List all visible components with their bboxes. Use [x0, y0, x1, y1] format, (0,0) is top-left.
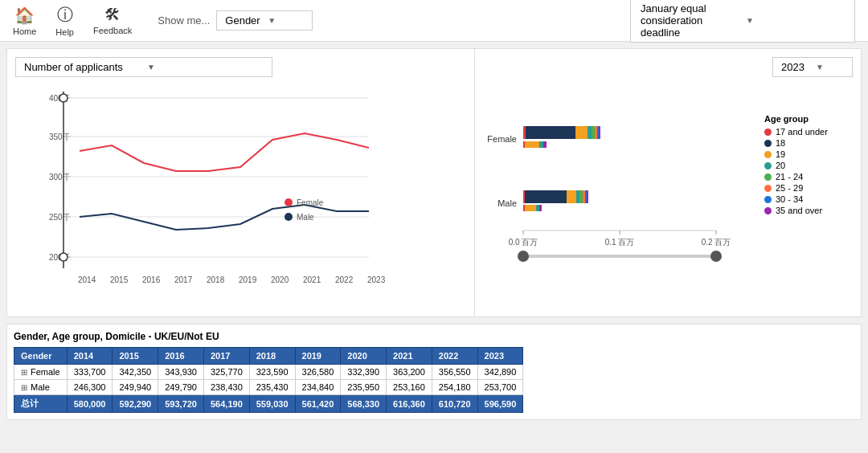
male-legend-dot: [285, 213, 293, 221]
legend-item: 17 and under: [764, 127, 853, 137]
cell-gender: ⊞Male: [14, 380, 68, 395]
cell-value: 610,720: [432, 395, 477, 413]
metric-dropdown[interactable]: Number of applicants ▼: [15, 57, 272, 77]
legend-item-label: 19: [776, 149, 785, 159]
col-2022: 2022: [432, 348, 477, 365]
slider-thumb-right[interactable]: [710, 251, 722, 262]
table-row: ⊞Female333,700342,350343,930325,770323,5…: [14, 365, 523, 380]
y-marker-top: [59, 94, 68, 102]
gender-cell-label: Male: [31, 382, 50, 392]
slider-thumb-left[interactable]: [518, 251, 529, 262]
cell-value: 559,030: [249, 395, 295, 413]
cell-value: 234,840: [295, 380, 341, 395]
legend-item-label: 30 - 34: [776, 194, 803, 204]
col-2015: 2015: [113, 348, 158, 365]
female-bar2-20: [539, 141, 543, 148]
legend-item: 18: [764, 138, 853, 148]
line-chart-svg: 400千 350千 300千 250千 200千: [15, 84, 409, 308]
legend-item-label: 20: [776, 161, 785, 170]
female-bar2-35: [543, 141, 547, 148]
x-label-0: 0.0 百万: [509, 238, 538, 247]
col-2017: 2017: [203, 348, 249, 365]
cell-value: 332,390: [341, 365, 387, 380]
female-bar2-19: [525, 141, 539, 148]
help-nav[interactable]: ⓘ Help: [55, 4, 74, 37]
cell-value: 235,430: [249, 380, 295, 395]
bar-chart-svg: Female Male: [483, 90, 740, 283]
gender-chevron-icon: ▼: [268, 16, 304, 25]
bar-y-female: Female: [487, 134, 517, 144]
home-label: Home: [13, 27, 36, 36]
x-2022: 2022: [335, 275, 354, 284]
x-2016: 2016: [142, 275, 161, 284]
male-bar-19: [567, 190, 576, 203]
bar-chart-svg-container: Female Male: [483, 90, 764, 308]
gender-dropdown[interactable]: Gender ▼: [216, 10, 313, 31]
show-me-section: Show me... Gender ▼: [158, 10, 313, 31]
main-content: Number of applicants ▼ 400千 350千 300千 25…: [0, 42, 868, 426]
legend-color-dot: [764, 173, 772, 181]
table-header-row: Gender 2014 2015 2016 2017 2018 2019 202…: [14, 348, 523, 365]
legend-item: 35 and over: [764, 206, 853, 215]
home-nav[interactable]: 🏠 Home: [13, 6, 36, 36]
slider-track: [523, 255, 716, 258]
x-2021: 2021: [303, 275, 321, 284]
cell-value: 254,180: [432, 380, 477, 395]
female-bar-35over: [599, 126, 600, 139]
gender-cell-label: Female: [31, 367, 60, 377]
line-chart-container: 400千 350千 300千 250千 200千: [15, 84, 466, 308]
cell-value: 342,890: [477, 365, 523, 380]
data-table: Gender 2014 2015 2016 2017 2018 2019 202…: [14, 347, 523, 413]
feedback-label: Feedback: [93, 26, 132, 35]
col-2019: 2019: [295, 348, 341, 365]
male-bar-18: [525, 190, 567, 203]
x-2015: 2015: [110, 275, 129, 284]
left-panel: Number of applicants ▼ 400千 350千 300千 25…: [7, 49, 475, 316]
col-2014: 2014: [67, 348, 113, 365]
table-row: ⊞Male246,300249,940249,790238,430235,430…: [14, 380, 523, 395]
expand-button[interactable]: ⊞: [21, 368, 27, 377]
x-2019: 2019: [239, 275, 257, 284]
y-marker-bottom: [59, 253, 68, 261]
home-icon: 🏠: [14, 6, 35, 25]
expand-button[interactable]: ⊞: [21, 383, 27, 392]
cell-value: 253,160: [387, 380, 432, 395]
feedback-nav[interactable]: 🛠 Feedback: [93, 6, 132, 35]
female-bar-25-29: [595, 126, 597, 139]
male-bar2-17under: [523, 205, 525, 211]
male-bar-21-24: [579, 190, 583, 203]
cell-value: 333,700: [67, 365, 113, 380]
metric-label: Number of applicants: [24, 61, 141, 73]
cell-value: 253,700: [477, 380, 523, 395]
cell-value: 249,940: [113, 380, 158, 395]
age-group-title: Age group: [764, 114, 853, 124]
cell-value: 616,360: [387, 395, 432, 413]
col-gender: Gender: [14, 348, 68, 365]
cell-value: 343,930: [158, 365, 204, 380]
x-2017: 2017: [174, 275, 193, 284]
header: 🏠 Home ⓘ Help 🛠 Feedback Show me... Gend…: [0, 0, 868, 42]
legend-item: 19: [764, 149, 853, 159]
x-label-01: 0.1 百万: [605, 238, 635, 247]
male-bar-35over: [587, 190, 588, 203]
year-dropdown[interactable]: 2023 ▼: [772, 57, 853, 77]
legend-item-label: 18: [776, 138, 785, 148]
cell-value: 325,770: [203, 365, 249, 380]
legend-item-label: 17 and under: [776, 127, 828, 137]
metric-chevron-icon: ▼: [147, 63, 264, 71]
deadline-dropdown[interactable]: January equal consideration deadline ▼: [630, 0, 855, 43]
right-panel: 2023 ▼ Female Male: [475, 49, 861, 316]
female-legend-label: Female: [297, 198, 324, 207]
cell-value: 238,430: [203, 380, 249, 395]
female-bar-21-24: [592, 126, 595, 139]
x-label-02: 0.2 百万: [702, 238, 731, 247]
legend-color-dot: [764, 207, 772, 214]
cell-value: 580,000: [67, 395, 113, 413]
col-2023: 2023: [477, 348, 523, 365]
cell-value: 356,550: [432, 365, 477, 380]
x-2020: 2020: [271, 275, 289, 284]
cell-value: 592,290: [113, 395, 158, 413]
bar-chart-area: Female Male: [483, 90, 853, 308]
cell-value: 235,950: [341, 380, 387, 395]
cell-value: 596,590: [477, 395, 523, 413]
